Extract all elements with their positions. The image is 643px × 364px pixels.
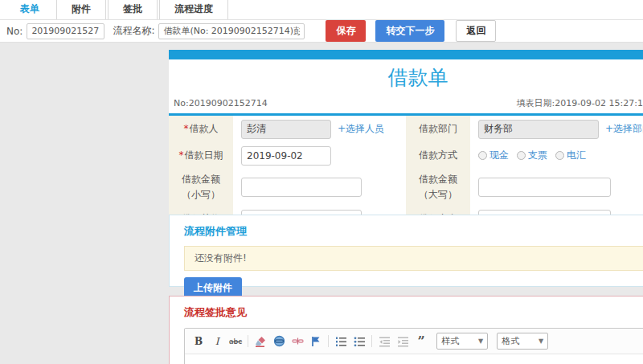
numbered-list-icon[interactable] [334,335,347,348]
department-input[interactable] [478,120,599,139]
tab-form[interactable]: 表单 [5,0,55,19]
no-input[interactable] [27,23,104,39]
blockquote-icon[interactable]: ” [415,335,428,348]
borrower-label: *借款人 [169,116,233,142]
required-mark: * [184,123,189,134]
save-button[interactable]: 保存 [326,20,366,42]
amount-small-field [233,169,406,206]
toolbar-separator [248,335,248,347]
loan-date-label: *借款日期 [169,142,233,169]
loan-method-field: 现金 支票 电汇 [470,142,643,169]
amount-small-input[interactable] [241,178,362,197]
toolbar-separator [371,335,372,347]
remove-format-icon[interactable] [254,335,267,348]
tab-attachments[interactable]: 附件 [56,0,106,19]
page-title: 借款单 [169,59,643,94]
radio-circle-icon [555,151,564,160]
unlink-icon[interactable] [291,335,304,348]
loan-form-panel: 借款单 No:20190902152714 填表日期:2019-09-02 15… [169,50,643,235]
approval-panel: 流程签批意见 B I abc [169,296,643,364]
loan-date-input[interactable] [241,146,331,166]
panel-accent-bar [169,50,643,59]
select-personnel-link[interactable]: +选择人员 [338,122,384,136]
loan-method-label: 借款方式 [406,142,470,169]
outdent-icon[interactable] [378,335,391,348]
radio-check[interactable]: 支票 [517,149,547,162]
styles-dropdown[interactable]: 样式▼ [436,333,488,350]
bulleted-list-icon[interactable] [353,335,366,348]
no-label: No: [6,26,23,37]
editor-content-area[interactable] [185,354,643,364]
attachments-title: 流程附件管理 [184,224,643,239]
flow-name-input[interactable] [158,23,305,39]
required-mark: * [179,149,184,161]
tab-progress[interactable]: 流程进度 [159,0,228,19]
back-button[interactable]: 返回 [456,20,496,42]
format-dropdown[interactable]: 格式▼ [497,333,548,350]
doc-info-row: No:20190902152714 填表日期:2019-09-02 15:27:… [169,94,643,116]
tab-bar: 表单 附件 签批 流程进度 [0,0,643,20]
radio-cash[interactable]: 现金 [478,149,509,162]
anchor-flag-icon[interactable] [309,335,322,348]
header: 表单 附件 签批 流程进度 No: 流程名称: 保存 转交下一步 返回 [0,0,643,43]
indent-icon[interactable] [396,335,409,348]
editor-toolbar: B I abc [185,329,643,354]
doc-number: No:20190902152714 [174,98,268,108]
forward-next-step-button[interactable]: 转交下一步 [375,20,444,42]
borrower-field: +选择人员 [233,116,406,142]
no-attachments-message: 还没有附件! [184,246,643,271]
radio-wire[interactable]: 电汇 [555,149,586,162]
toolbar: No: 流程名称: 保存 转交下一步 返回 [0,20,643,43]
chevron-down-icon: ▼ [478,337,483,345]
flow-name-label: 流程名称: [113,24,154,38]
department-label: 借款部门 [406,116,470,142]
italic-icon[interactable]: I [211,335,223,348]
amount-big-input[interactable] [478,178,611,197]
chevron-down-icon: ▼ [539,337,543,345]
tab-approval[interactable]: 签批 [108,0,158,19]
borrower-input[interactable] [241,120,331,139]
strikethrough-icon[interactable]: abc [229,335,242,348]
amount-small-label: 借款金额（小写） [169,169,233,206]
select-department-link[interactable]: +选择部门 [605,122,643,136]
amount-big-label: 借款金额（大写） [406,169,470,206]
radio-circle-icon [478,151,487,160]
department-field: +选择部门 [470,116,643,142]
toolbar-separator [328,335,329,347]
loan-method-radio-group: 现金 支票 电汇 [478,149,586,162]
rich-text-editor: B I abc [184,328,643,364]
amount-big-field [470,169,643,206]
radio-circle-icon [517,151,526,160]
link-icon[interactable] [272,335,285,348]
approval-title: 流程签批意见 [184,305,643,320]
attachments-panel: 流程附件管理 还没有附件! 上传附件 [169,215,643,287]
bold-icon[interactable]: B [192,335,205,348]
fill-date: 填表日期:2019-09-02 15:27:1 [516,97,643,109]
loan-date-field [233,142,406,169]
